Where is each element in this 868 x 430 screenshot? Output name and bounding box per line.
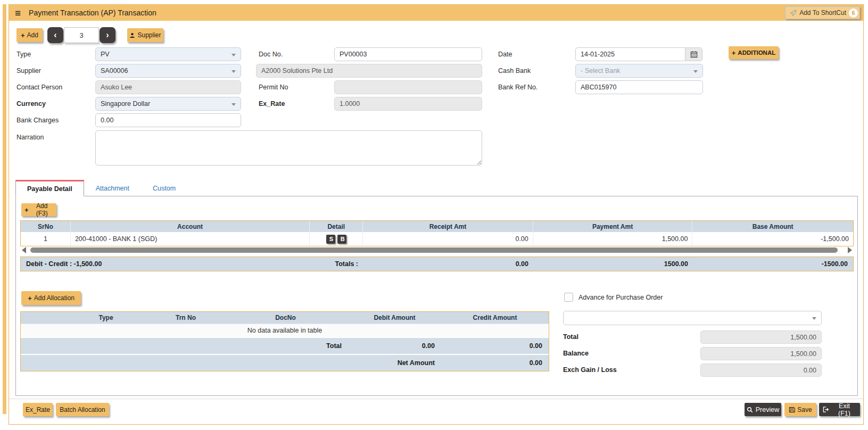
allocation-net-label: Net Amount	[21, 359, 441, 367]
batch-allocation-button[interactable]: Batch Allocation	[56, 403, 109, 416]
plus-icon: +	[21, 31, 25, 39]
scroll-left-icon[interactable]	[22, 247, 26, 253]
base-total: -1500.00	[693, 260, 853, 268]
scroll-right-icon[interactable]	[848, 247, 852, 253]
cell-receipt-amt[interactable]: 0.00	[363, 232, 533, 246]
bank-ref-field[interactable]	[575, 80, 703, 94]
plus-icon: +	[28, 294, 32, 302]
person-icon	[129, 32, 135, 38]
save-icon	[789, 407, 795, 413]
exch-gain-loss-field	[700, 363, 822, 377]
bank-charges-label: Bank Charges	[16, 113, 59, 127]
add-row-button[interactable]: +Add (F3)	[21, 203, 56, 216]
contact-person-label: Contact Person	[16, 80, 62, 94]
doc-no-label: Doc No.	[259, 47, 283, 61]
permit-no-field	[334, 80, 482, 94]
payable-table: SrNo Account Detail Receipt Amt Payment …	[20, 220, 854, 246]
col-trn-no: Trn No	[148, 312, 223, 324]
footer-divider	[9, 399, 863, 399]
scrollbar-track[interactable]	[28, 246, 846, 254]
exit-button[interactable]: Exit (F1)	[819, 403, 860, 416]
cell-srno: 1	[21, 232, 71, 246]
col-credit-amount: Credit Amount	[441, 312, 549, 324]
col-account: Account	[71, 221, 310, 232]
cash-bank-select: - Select Bank	[575, 64, 703, 78]
col-debit-amount: Debit Amount	[348, 312, 441, 324]
tabbar: Payable Detail Attachment Custom	[15, 180, 187, 196]
doc-no-field[interactable]	[334, 47, 482, 61]
horizontal-scrollbar[interactable]	[20, 246, 854, 254]
col-receipt-amt: Receipt Amt	[363, 221, 533, 232]
advance-po-checkbox[interactable]	[564, 293, 573, 302]
app-frame: ≡ Payment Transaction (AP) Transaction A…	[9, 4, 864, 425]
ex-rate-field	[334, 97, 482, 111]
table-row[interactable]: 1 200-41000 - BANK 1 (SGD) S B 0.00 1,50…	[21, 232, 853, 246]
tab-custom[interactable]: Custom	[141, 180, 187, 196]
col-srno: SrNo	[21, 221, 71, 232]
col-blank	[21, 312, 63, 324]
receipt-total: 0.00	[363, 260, 534, 268]
cell-base-amount[interactable]: -1,500.00	[692, 232, 853, 246]
plus-icon: +	[24, 206, 29, 214]
add-allocation-button[interactable]: +Add Allocation	[21, 291, 81, 305]
search-icon	[747, 407, 753, 413]
col-base-amount: Base Amount	[692, 221, 853, 232]
add-button[interactable]: +Add	[16, 28, 43, 42]
allocation-header: Type Trn No DocNo Debit Amount Credit Am…	[21, 312, 549, 324]
col-payment-amt: Payment Amt	[533, 221, 693, 232]
plus-icon: +	[732, 49, 736, 57]
balance-label: Balance	[563, 347, 589, 360]
balance-field	[700, 347, 822, 360]
permit-no-label: Permit No	[259, 80, 288, 94]
allocation-total-credit: 0.00	[441, 342, 549, 350]
cell-payment-amt[interactable]: 1,500.00	[533, 232, 693, 246]
menu-icon[interactable]: ≡	[15, 8, 21, 18]
record-number-input[interactable]	[64, 27, 99, 43]
rocket-icon	[790, 10, 797, 16]
currency-select[interactable]: Singapore Dollar	[95, 97, 241, 111]
payable-totals-bar: Debit - Credit : -1,500.00 Totals : 0.00…	[20, 257, 854, 271]
allocation-empty-row: No data available in table	[21, 324, 549, 337]
shortcut-label: Add To ShortCut	[799, 9, 846, 16]
additional-button[interactable]: +ADDITIONAL	[729, 46, 779, 59]
narration-textarea[interactable]	[95, 130, 482, 166]
payable-table-header: SrNo Account Detail Receipt Amt Payment …	[21, 221, 853, 232]
supplier-select[interactable]: SA00006	[95, 64, 241, 78]
calendar-button[interactable]	[685, 47, 702, 61]
allocation-total-row: Total 0.00 0.00	[21, 337, 549, 354]
tab-attachment[interactable]: Attachment	[84, 180, 141, 196]
detail-s-button[interactable]: S	[326, 235, 335, 244]
bank-charges-field[interactable]	[95, 113, 241, 127]
add-to-shortcut-button[interactable]: Add To ShortCut 6	[785, 6, 860, 19]
type-select[interactable]: PV	[95, 47, 241, 61]
page-title: Payment Transaction (AP) Transaction	[29, 9, 156, 17]
narration-label: Narration	[16, 130, 44, 144]
supplier-button[interactable]: Supplier	[127, 28, 163, 42]
next-record-button[interactable]: ›	[100, 27, 115, 43]
exch-gain-loss-label: Exch Gain / Loss	[563, 363, 617, 377]
scrollbar-thumb[interactable]	[30, 247, 838, 253]
contact-person-field	[95, 80, 241, 94]
col-docno: DocNo	[223, 312, 348, 324]
date-label: Date	[498, 47, 512, 61]
tab-payable-detail[interactable]: Payable Detail	[15, 180, 84, 196]
allocation-net-row: Net Amount 0.00	[21, 354, 549, 371]
allocation-net-value: 0.00	[441, 359, 549, 367]
ex-rate-button[interactable]: Ex_Rate	[23, 403, 53, 416]
date-field[interactable]	[575, 47, 685, 61]
calendar-icon	[690, 51, 698, 58]
save-button[interactable]: Save	[784, 403, 816, 416]
supplier-label: Supplier	[16, 64, 41, 78]
exit-icon	[822, 406, 829, 413]
preview-button[interactable]: Preview	[745, 403, 781, 416]
bank-ref-label: Bank Ref No.	[498, 80, 538, 94]
cell-account[interactable]: 200-41000 - BANK 1 (SGD)	[71, 232, 310, 246]
allocation-table: Type Trn No DocNo Debit Amount Credit Am…	[20, 311, 549, 371]
advance-po-select[interactable]	[563, 311, 822, 325]
supplier-name-field	[256, 64, 482, 78]
allocation-total-debit: 0.00	[348, 342, 441, 350]
prev-record-button[interactable]: ‹	[47, 27, 63, 43]
detail-b-button[interactable]: B	[337, 235, 346, 244]
shortcut-count-badge: 6	[849, 9, 858, 18]
payment-total: 1500.00	[534, 260, 693, 268]
